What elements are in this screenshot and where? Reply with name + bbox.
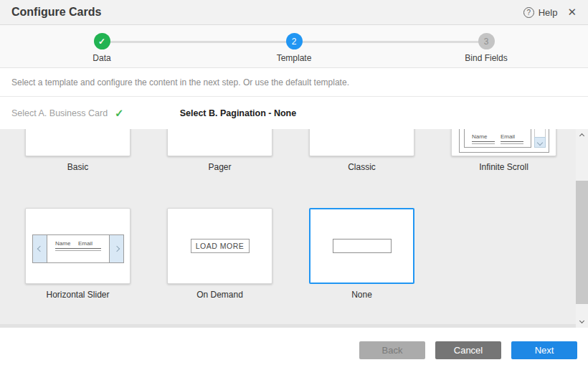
preview-name-label: Name — [55, 240, 78, 247]
step-number: 3 — [484, 37, 489, 47]
template-card-classic: Classic — [309, 129, 414, 172]
preview-prev-button — [33, 235, 47, 262]
template-card-label: Pager — [167, 162, 272, 172]
template-card-label: Classic — [309, 162, 414, 172]
vertical-scrollbar[interactable] — [576, 129, 588, 328]
preview-scroll-down-button — [534, 137, 546, 148]
template-card-none: None — [309, 208, 414, 300]
chevron-up-icon — [579, 133, 584, 138]
template-card-none-tile[interactable] — [309, 208, 414, 284]
step-data-label: Data — [59, 53, 145, 63]
chevron-left-icon — [37, 246, 42, 252]
template-card-infinite-scroll: Name Email — [451, 129, 556, 172]
chevron-down-icon — [579, 318, 584, 323]
titlebar: Configure Cards ? Help ✕ — [0, 0, 588, 25]
preview-field-line — [78, 250, 101, 251]
load-more-preview-button: LOAD MORE — [191, 239, 250, 253]
template-gallery: Basic Pager Classic Name — [0, 129, 588, 328]
horizontal-slider-preview: Name Email — [32, 234, 124, 263]
chevron-right-icon — [113, 246, 119, 252]
template-card-classic-tile[interactable] — [309, 129, 414, 156]
preview-record-box: Name Email — [47, 235, 110, 262]
none-preview-box — [333, 239, 392, 253]
preview-field-line — [501, 141, 523, 142]
template-card-basic-tile[interactable] — [25, 129, 131, 156]
preview-record-box: Name Email — [464, 129, 531, 148]
preview-field-line — [55, 248, 78, 249]
select-a-label: Select A. Business Card — [11, 108, 108, 118]
step-data-indicator[interactable]: ✓ — [94, 33, 110, 49]
scroll-up-arrow[interactable] — [576, 131, 588, 141]
check-icon: ✓ — [115, 107, 124, 120]
template-card-pager-tile[interactable] — [167, 129, 272, 156]
template-card-on-demand: LOAD MORE On Demand — [167, 208, 272, 300]
preview-email-column: Email — [78, 240, 101, 262]
step-template: 2 Template — [251, 33, 337, 63]
help-button[interactable]: ? Help — [523, 7, 558, 18]
close-icon[interactable]: ✕ — [567, 6, 577, 19]
instruction-text: Select a template and configure the cont… — [11, 77, 349, 87]
preview-email-label: Email — [501, 133, 523, 140]
preview-name-column: Name — [472, 133, 495, 144]
template-card-basic: Basic — [25, 129, 131, 172]
cancel-button[interactable]: Cancel — [435, 341, 501, 359]
template-card-label: None — [309, 290, 414, 300]
template-card-on-demand-tile[interactable]: LOAD MORE — [167, 208, 272, 284]
template-card-horizontal-slider: Name Email Horizont — [25, 208, 131, 300]
preview-field-line — [472, 143, 495, 144]
configure-cards-dialog: Configure Cards ? Help ✕ ✓ Data 2 Templa… — [0, 0, 588, 370]
template-card-label: Infinite Scroll — [451, 162, 556, 172]
selection-summary-row: Select A. Business Card ✓ Select B. Pagi… — [0, 97, 588, 129]
next-button[interactable]: Next — [511, 341, 577, 359]
template-card-label: Basic — [25, 162, 131, 172]
infinite-scroll-preview: Name Email — [459, 129, 549, 153]
preview-name-label: Name — [472, 133, 495, 140]
step-bind-fields-label: Bind Fields — [443, 53, 529, 63]
dialog-title: Configure Cards — [11, 6, 101, 19]
horizontal-scrollbar-track[interactable] — [0, 324, 576, 328]
check-icon: ✓ — [98, 37, 105, 47]
preview-field-line — [501, 143, 523, 144]
step-number: 2 — [292, 37, 297, 47]
preview-scrollbar-strip — [534, 129, 546, 148]
back-button[interactable]: Back — [359, 341, 425, 359]
titlebar-actions: ? Help ✕ — [523, 6, 577, 19]
step-bind-fields-indicator[interactable]: 3 — [478, 33, 495, 49]
step-bind-fields: 3 Bind Fields — [443, 33, 529, 63]
step-template-label: Template — [251, 53, 337, 63]
scroll-down-arrow[interactable] — [576, 316, 588, 326]
vertical-scrollbar-thumb[interactable] — [576, 181, 588, 304]
template-card-label: Horizontal Slider — [25, 290, 131, 300]
template-card-horizontal-slider-tile[interactable]: Name Email — [25, 208, 131, 284]
preview-field-line — [78, 248, 101, 249]
preview-name-column: Name — [55, 240, 78, 262]
help-icon: ? — [523, 7, 534, 18]
instruction-row: Select a template and configure the cont… — [0, 68, 588, 97]
step-data: ✓ Data — [59, 33, 145, 63]
wizard-stepper: ✓ Data 2 Template 3 Bind Fields — [0, 25, 588, 68]
preview-field-line — [472, 141, 495, 142]
step-template-indicator[interactable]: 2 — [286, 33, 303, 49]
preview-email-column: Email — [501, 133, 523, 144]
chevron-down-icon — [537, 139, 543, 145]
help-label: Help — [539, 7, 558, 18]
template-card-label: On Demand — [167, 290, 272, 300]
select-b-label: Select B. Pagination - None — [180, 108, 297, 118]
footer: Back Cancel Next — [0, 328, 588, 370]
template-card-pager: Pager — [167, 129, 272, 172]
preview-email-label: Email — [78, 240, 101, 247]
preview-field-line — [55, 250, 78, 251]
preview-next-button — [110, 235, 123, 262]
template-card-infinite-scroll-tile[interactable]: Name Email — [451, 129, 556, 156]
